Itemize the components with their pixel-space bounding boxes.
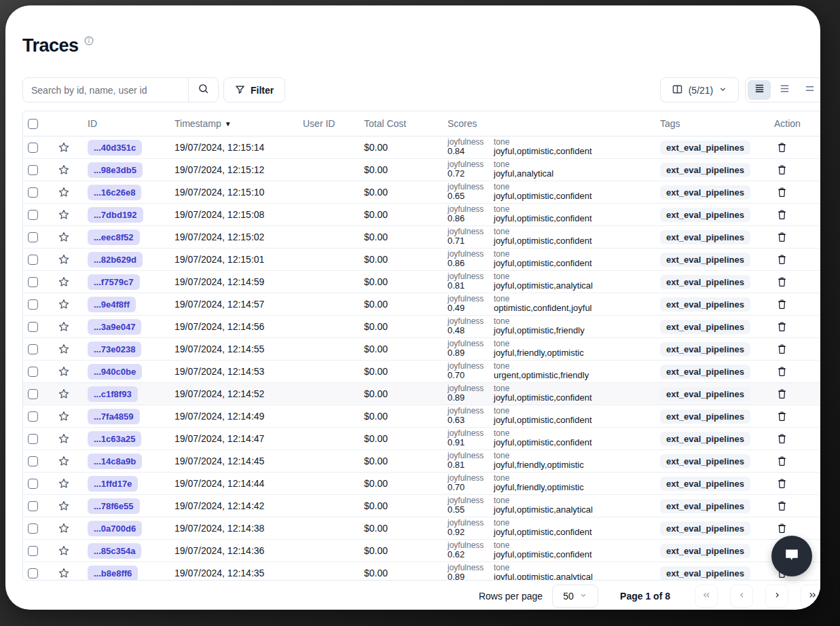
tag-badge[interactable]: ext_eval_pipelines	[660, 499, 750, 513]
table-row[interactable]: ...eec8f5219/07/2024, 12:15:02$0.00joyfu…	[23, 226, 820, 248]
table-row[interactable]: ...82b629d19/07/2024, 12:15:01$0.00joyfu…	[23, 248, 820, 271]
header-user-id[interactable]: User ID	[298, 118, 356, 129]
header-timestamp[interactable]: Timestamp ▼	[169, 118, 298, 129]
row-checkbox[interactable]	[28, 322, 38, 332]
tag-badge[interactable]: ext_eval_pipelines	[660, 141, 750, 155]
star-icon[interactable]	[58, 522, 70, 534]
star-icon[interactable]	[58, 208, 70, 221]
row-checkbox[interactable]	[28, 479, 38, 489]
row-checkbox[interactable]	[28, 411, 38, 422]
search-input[interactable]	[23, 78, 188, 102]
trace-id-badge[interactable]: ...40d351c	[88, 140, 142, 155]
trace-id-badge[interactable]: ...7fa4859	[88, 409, 140, 424]
row-checkbox[interactable]	[28, 344, 38, 354]
delete-button[interactable]	[776, 411, 788, 422]
tag-badge[interactable]: ext_eval_pipelines	[660, 253, 750, 267]
trace-id-badge[interactable]: ...78f6e55	[88, 498, 140, 514]
delete-button[interactable]	[776, 276, 788, 288]
trace-id-badge[interactable]: ...16c26e8	[88, 185, 141, 200]
table-row[interactable]: ...78f6e5519/07/2024, 12:14:42$0.00joyfu…	[23, 495, 820, 517]
delete-button[interactable]	[776, 344, 788, 355]
row-checkbox[interactable]	[28, 434, 38, 444]
trace-id-badge[interactable]: ...3a9e047	[88, 319, 141, 335]
tag-badge[interactable]: ext_eval_pipelines	[660, 365, 750, 379]
table-row[interactable]: ...b8e8ff619/07/2024, 12:14:35$0.00joyfu…	[23, 562, 820, 581]
trace-id-badge[interactable]: ...7dbd192	[88, 207, 143, 223]
delete-button[interactable]	[776, 500, 788, 512]
tag-badge[interactable]: ext_eval_pipelines	[660, 387, 750, 401]
tag-badge[interactable]: ext_eval_pipelines	[660, 320, 750, 334]
row-checkbox[interactable]	[28, 255, 38, 265]
delete-button[interactable]	[776, 523, 788, 534]
table-row[interactable]: ...40d351c19/07/2024, 12:15:14$0.00joyfu…	[23, 136, 820, 159]
tag-badge[interactable]: ext_eval_pipelines	[660, 342, 750, 356]
delete-button[interactable]	[776, 478, 788, 490]
table-row[interactable]: ...1ffd17e19/07/2024, 12:14:44$0.00joyfu…	[23, 473, 820, 495]
row-checkbox[interactable]	[28, 187, 38, 198]
table-row[interactable]: ...14c8a9b19/07/2024, 12:14:45$0.00joyfu…	[23, 450, 820, 473]
trace-id-badge[interactable]: ...0a700d6	[88, 521, 142, 536]
tag-badge[interactable]: ext_eval_pipelines	[660, 454, 750, 468]
star-icon[interactable]	[58, 455, 70, 467]
tag-badge[interactable]: ext_eval_pipelines	[660, 163, 750, 177]
chat-widget-button[interactable]	[771, 536, 812, 576]
star-icon[interactable]	[58, 410, 70, 422]
table-row[interactable]: ...7fa485919/07/2024, 12:14:49$0.00joyfu…	[23, 405, 820, 428]
row-checkbox[interactable]	[28, 456, 38, 466]
tag-badge[interactable]: ext_eval_pipelines	[660, 544, 750, 558]
row-checkbox[interactable]	[28, 546, 38, 556]
delete-button[interactable]	[776, 232, 788, 243]
tag-badge[interactable]: ext_eval_pipelines	[660, 432, 750, 446]
star-icon[interactable]	[58, 500, 70, 512]
delete-button[interactable]	[776, 388, 788, 400]
trace-id-badge[interactable]: ...f7579c7	[88, 274, 140, 290]
star-icon[interactable]	[58, 343, 70, 355]
search-button[interactable]	[188, 78, 218, 102]
delete-button[interactable]	[776, 299, 788, 310]
delete-button[interactable]	[776, 209, 788, 221]
star-icon[interactable]	[58, 545, 70, 557]
header-id[interactable]: ID	[81, 118, 169, 129]
header-total-cost[interactable]: Total Cost	[356, 118, 441, 129]
row-checkbox[interactable]	[28, 277, 38, 287]
star-icon[interactable]	[58, 432, 70, 445]
row-checkbox[interactable]	[28, 389, 38, 399]
delete-button[interactable]	[776, 433, 788, 445]
delete-button[interactable]	[776, 164, 788, 176]
trace-id-badge[interactable]: ...85c354a	[88, 543, 141, 559]
next-page-button[interactable]	[765, 585, 788, 608]
table-row[interactable]: ...f7579c719/07/2024, 12:14:59$0.00joyfu…	[23, 271, 820, 293]
star-icon[interactable]	[58, 388, 70, 400]
table-row[interactable]: ...0a700d619/07/2024, 12:14:38$0.00joyfu…	[23, 517, 820, 540]
row-height-medium-button[interactable]	[773, 80, 796, 100]
delete-button[interactable]	[776, 321, 788, 333]
table-row[interactable]: ...85c354a19/07/2024, 12:14:36$0.00joyfu…	[23, 540, 820, 562]
table-row[interactable]: ...7dbd19219/07/2024, 12:15:08$0.00joyfu…	[23, 204, 820, 226]
tag-badge[interactable]: ext_eval_pipelines	[660, 208, 750, 222]
row-checkbox[interactable]	[28, 501, 38, 511]
table-row[interactable]: ...16c26e819/07/2024, 12:15:10$0.00joyfu…	[23, 181, 820, 204]
trace-id-badge[interactable]: ...c1f8f93	[88, 386, 138, 402]
tag-badge[interactable]: ext_eval_pipelines	[660, 477, 750, 491]
table-row[interactable]: ...c1f8f9319/07/2024, 12:14:52$0.00joyfu…	[23, 383, 820, 405]
delete-button[interactable]	[776, 366, 788, 378]
delete-button[interactable]	[776, 142, 788, 153]
trace-id-badge[interactable]: ...73e0238	[88, 342, 141, 357]
row-checkbox[interactable]	[28, 143, 38, 153]
star-icon[interactable]	[58, 365, 70, 378]
star-icon[interactable]	[58, 253, 70, 265]
star-icon[interactable]	[58, 231, 70, 243]
star-icon[interactable]	[58, 320, 70, 333]
trace-id-badge[interactable]: ...1c63a25	[88, 431, 141, 447]
trace-id-badge[interactable]: ...82b629d	[88, 252, 143, 268]
first-page-button[interactable]	[695, 585, 718, 608]
tag-badge[interactable]: ext_eval_pipelines	[660, 230, 750, 244]
star-icon[interactable]	[58, 298, 70, 310]
tag-badge[interactable]: ext_eval_pipelines	[660, 521, 750, 536]
info-icon[interactable]	[84, 36, 94, 48]
tag-badge[interactable]: ext_eval_pipelines	[660, 566, 750, 581]
star-icon[interactable]	[58, 164, 70, 176]
row-checkbox[interactable]	[28, 568, 38, 578]
star-icon[interactable]	[58, 567, 70, 579]
header-tags[interactable]: Tags	[655, 118, 767, 129]
